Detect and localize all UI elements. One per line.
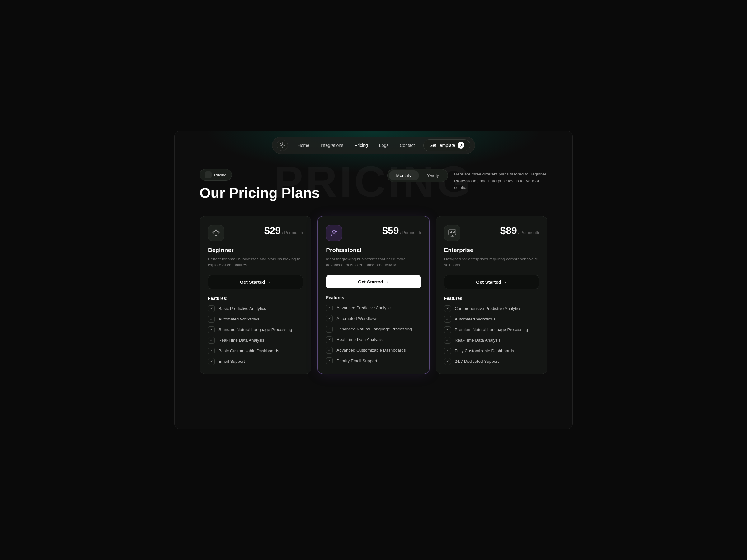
check-icon: ✓ [326,326,333,332]
beginner-desc: Perfect for small businesses and startup… [208,256,303,268]
check-icon: ✓ [444,348,451,354]
enterprise-price: $89 [500,225,517,236]
external-link-icon: ↗ [458,142,464,149]
check-icon: ✓ [208,305,215,312]
beginner-features-label: Features: [208,296,303,301]
check-icon: ✓ [208,348,215,354]
yearly-toggle[interactable]: Yearly [419,170,446,181]
pricing-badge: Pricing [200,169,232,181]
enterprise-period: / Per month [518,230,539,235]
enterprise-card: $89/ Per month Enterprise Designed for e… [436,216,547,374]
beginner-feature-list: ✓ Basic Predictive Analytics ✓ Automated… [208,305,303,365]
list-item: ✓ Real-Time Data Analysis [326,336,421,343]
list-item: ✓ Standard Natural Language Processing [208,326,303,333]
nav-logo [277,140,288,151]
nav-inner: Home Integrations Pricing Logs Contact G… [272,137,475,154]
svg-point-0 [281,145,283,146]
hero-description: Here are three different plans tailored … [454,171,547,191]
check-icon: ✓ [444,305,451,312]
professional-features-label: Features: [326,295,421,300]
check-icon: ✓ [208,358,215,365]
check-icon: ✓ [326,357,333,364]
list-item: ✓ Comprehensive Predictive Analytics [444,305,539,312]
list-item: ✓ Automated Workflows [444,316,539,323]
nav-contact[interactable]: Contact [395,141,419,150]
professional-price: $59 [382,225,399,236]
svg-rect-8 [450,231,452,233]
enterprise-feature-list: ✓ Comprehensive Predictive Analytics ✓ A… [444,305,539,365]
svg-rect-9 [453,231,455,233]
nav-home[interactable]: Home [293,141,314,150]
professional-cta[interactable]: Get Started → [326,275,421,288]
list-item: ✓ Premium Natural Language Processing [444,326,539,333]
professional-desc: Ideal for growing businesses that need m… [326,256,421,268]
list-item: ✓ 24/7 Dedicated Support [444,358,539,365]
enterprise-desc: Designed for enterprises requiring compr… [444,256,539,268]
professional-card: $59/ Per month Professional Ideal for gr… [317,216,429,374]
svg-point-4 [333,230,336,233]
check-icon: ✓ [326,347,333,354]
beginner-card: $29/ Per month Beginner Perfect for smal… [200,216,311,374]
hero-left: Pricing Our Pricing Plans [200,169,381,201]
beginner-icon [208,225,224,241]
check-icon: ✓ [444,358,451,365]
beginner-name: Beginner [208,247,303,254]
list-item: ✓ Basic Customizable Dashboards [208,348,303,354]
check-icon: ✓ [326,336,333,343]
check-icon: ✓ [326,304,333,312]
hero-top: Pricing Our Pricing Plans Monthly Yearly… [200,169,547,201]
monthly-toggle[interactable]: Monthly [389,170,419,181]
list-item: ✓ Priority Email Support [326,357,421,364]
nav-pricing[interactable]: Pricing [350,141,373,150]
list-item: ✓ Advanced Customizable Dashboards [326,347,421,354]
beginner-price-block: $29/ Per month [264,225,303,236]
enterprise-cta[interactable]: Get Started → [444,275,539,289]
list-item: ✓ Advanced Predictive Analytics [326,304,421,312]
list-item: ✓ Email Support [208,358,303,365]
professional-period: / Per month [400,230,421,235]
navbar: Home Integrations Pricing Logs Contact G… [175,131,572,160]
get-template-button[interactable]: Get Template ↗ [423,139,470,151]
beginner-price: $29 [264,225,281,236]
professional-name: Professional [326,247,421,254]
nav-integrations[interactable]: Integrations [316,141,348,150]
badge-icon [205,171,212,178]
check-icon: ✓ [208,337,215,344]
professional-feature-list: ✓ Advanced Predictive Analytics ✓ Automa… [326,304,421,364]
list-item: ✓ Enhanced Natural Language Processing [326,326,421,332]
pricing-cards: $29/ Per month Beginner Perfect for smal… [175,216,572,390]
check-icon: ✓ [208,316,215,323]
beginner-header: $29/ Per month [208,225,303,241]
beginner-period: / Per month [282,230,303,235]
check-icon: ✓ [326,315,333,322]
hero-section: PRICING Pricing Our Pricing Plans [175,160,572,216]
screen: Home Integrations Pricing Logs Contact G… [174,131,573,429]
list-item: ✓ Real-Time Data Analysis [444,337,539,344]
list-item: ✓ Basic Predictive Analytics [208,305,303,312]
billing-toggle: Monthly Yearly [387,169,448,182]
professional-price-block: $59/ Per month [382,225,421,236]
check-icon: ✓ [208,326,215,333]
svg-rect-5 [448,230,456,235]
check-icon: ✓ [444,337,451,344]
toggle-container: Monthly Yearly [387,169,448,182]
enterprise-price-block: $89/ Per month [500,225,539,236]
enterprise-header: $89/ Per month [444,225,539,241]
check-icon: ✓ [444,316,451,323]
enterprise-features-label: Features: [444,296,539,301]
enterprise-name: Enterprise [444,247,539,254]
check-icon: ✓ [444,326,451,333]
nav-logs[interactable]: Logs [374,141,393,150]
list-item: ✓ Automated Workflows [326,315,421,322]
list-item: ✓ Real-Time Data Analysis [208,337,303,344]
badge-label: Pricing [214,173,227,177]
hero-title: Our Pricing Plans [200,185,381,201]
hero-right: Here are three different plans tailored … [454,169,547,191]
professional-header: $59/ Per month [326,225,421,241]
list-item: ✓ Fully Customizable Dashboards [444,348,539,354]
list-item: ✓ Automated Workflows [208,316,303,323]
beginner-cta[interactable]: Get Started → [208,275,303,289]
enterprise-icon [444,225,460,241]
professional-icon [326,225,342,241]
